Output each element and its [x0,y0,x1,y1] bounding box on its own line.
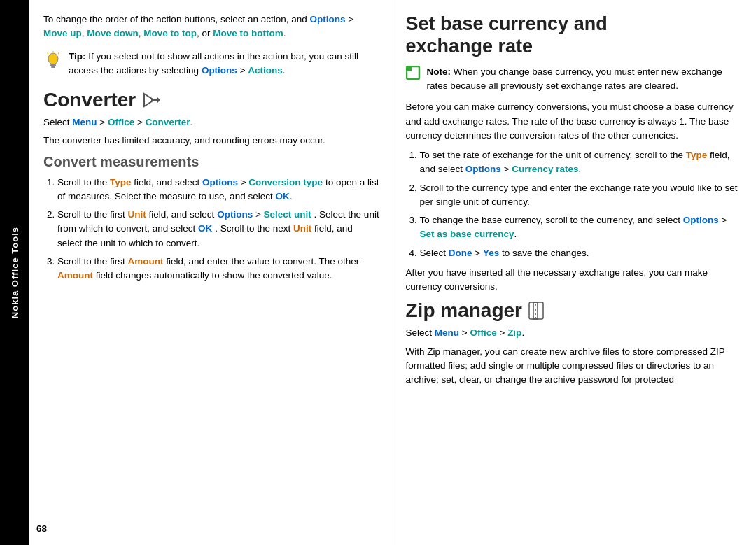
zip-breadcrumb: Select Menu > Office > Zip. [406,326,743,340]
rstep3-options-link[interactable]: Options [683,215,719,225]
rstep1-type-link[interactable]: Type [686,150,708,160]
rstep4-pre: Select [420,248,447,258]
intro-gt1: > [348,14,354,24]
tip-options-link[interactable]: Options [202,65,237,76]
svg-point-0 [48,53,58,64]
svg-rect-2 [51,66,55,68]
step3-mid: field, and enter the value to convert. T… [166,256,359,267]
step2-unit1-link[interactable]: Unit [128,209,146,220]
step1-ok-link[interactable]: OK [275,191,289,201]
zip-icon [528,301,550,320]
after-text: After you have inserted all the necessar… [406,266,743,295]
zip-office-link[interactable]: Office [470,327,496,338]
rstep2-text: Scroll to the currency type and enter th… [420,183,738,207]
main-content: To change the order of the action button… [29,0,756,545]
note-svg [406,66,423,81]
converter-breadcrumb: Select Menu > Office > Converter. [43,115,380,129]
note-body: When you change base currency, you must … [427,66,722,91]
svg-rect-1 [50,64,56,66]
note-box: Note: When you change base currency, you… [406,65,743,94]
zip-manager-title: Zip manager [406,299,743,322]
right-step-4: Select Done > Yes to save the changes. [420,246,743,260]
convert-step-1: Scroll to the Type field, and select Opt… [57,176,380,204]
tip-bold-label: Tip: [69,51,86,62]
set-base-line2: exchange rate [406,36,533,57]
lightbulb-svg [43,51,63,71]
svg-line-5 [58,52,59,54]
rstep3-pre: To change the base currency, scroll to t… [420,215,680,225]
step2-unit2-link[interactable]: Unit [293,223,312,234]
step3-amount2-link[interactable]: Amount [57,270,93,281]
tip-actions-link[interactable]: Actions [248,65,283,76]
movedown-link[interactable]: Move down [87,28,139,38]
intro-text-start: To change the order of the action button… [43,14,307,24]
right-step-2: Scroll to the currency type and enter th… [420,181,743,210]
menu-link[interactable]: Menu [72,117,97,127]
page-number: 68 [36,523,47,534]
step3-amount1-link[interactable]: Amount [128,256,164,267]
right-column: Set base currency and exchange rate Note… [393,0,757,545]
right-steps: To set the rate of exchange for the unit… [406,148,743,260]
convert-step-3: Scroll to the first Amount field, and en… [57,255,380,283]
breadcrumb-select: Select [43,117,70,127]
step1-options-link[interactable]: Options [202,177,238,187]
step2-selectunit-link[interactable]: Select unit [264,209,312,220]
svg-rect-11 [529,302,543,319]
rstep1-pre: To set the rate of exchange for the unit… [420,150,683,160]
intro-paragraph: To change the order of the action button… [43,13,380,41]
set-base-line1: Set base currency and [406,13,608,34]
right-step-3: To change the base currency, scroll to t… [420,213,743,242]
note-bold: Note: [427,66,451,77]
step2-options-link[interactable]: Options [217,209,253,220]
convert-steps: Scroll to the Type field, and select Opt… [43,176,380,283]
zip-title-text: Zip manager [406,299,522,322]
converter-title: Converter [43,89,380,111]
sidebar-label: Nokia Office Tools [10,227,20,318]
office-link[interactable]: Office [108,117,134,127]
note-text: Note: When you change base currency, you… [427,65,743,94]
converter-icon [141,91,162,109]
svg-marker-8 [158,97,160,103]
converter-link[interactable]: Converter [146,117,190,127]
zip-select: Select [406,327,433,338]
movebottom-link[interactable]: Move to bottom [213,28,284,38]
options-link-intro[interactable]: Options [310,14,346,24]
convert-step-2: Scroll to the first Unit field, and sele… [57,208,380,250]
rstep1-options-link[interactable]: Options [465,164,501,174]
step3-end: field changes automatically to show the … [96,270,332,281]
step1-type-link[interactable]: Type [110,177,132,187]
step2-ok-link[interactable]: OK [198,223,212,234]
rstep4-end: to save the changes. [502,248,589,258]
svg-rect-10 [407,66,412,71]
step1-pre: Scroll to the [57,177,107,187]
step2-mid3: . Scroll to the next [215,223,290,234]
convert-measurements-title: Convert measurements [43,154,380,170]
converter-desc: The converter has limited accuracy, and … [43,134,380,148]
set-base-currency-title: Set base currency and exchange rate [406,13,743,58]
step3-pre: Scroll to the first [57,256,125,267]
sidebar: Nokia Office Tools [0,0,29,545]
zip-zip-link[interactable]: Zip [507,327,522,338]
moveup-link[interactable]: Move up [43,28,82,38]
tip-icon [43,51,63,71]
step1-mid: field, and select [134,177,200,187]
note-icon [406,66,423,81]
step1-convtype-link[interactable]: Conversion type [248,177,323,187]
left-column: To change the order of the action button… [29,0,393,545]
converter-title-text: Converter [43,89,136,111]
body-paragraph-1: Before you can make currency conversions… [406,100,743,143]
svg-line-4 [48,52,49,54]
rstep1-currrates-link[interactable]: Currency rates [512,164,578,174]
step2-mid1: field, and select [149,209,215,220]
tip-text-paragraph: Tip: If you select not to show all actio… [69,50,380,78]
step2-pre: Scroll to the first [57,209,125,220]
right-step-1: To set the rate of exchange for the unit… [420,148,743,177]
tip-box: Tip: If you select not to show all actio… [43,50,380,78]
rstep4-done-link[interactable]: Done [449,248,472,258]
rstep3-setbase-link[interactable]: Set as base currency [420,229,514,239]
rstep4-yes-link[interactable]: Yes [483,248,499,258]
movetop-link[interactable]: Move to top [144,28,197,38]
zip-desc: With Zip manager, you can create new arc… [406,345,743,388]
zip-menu-link[interactable]: Menu [435,327,459,338]
